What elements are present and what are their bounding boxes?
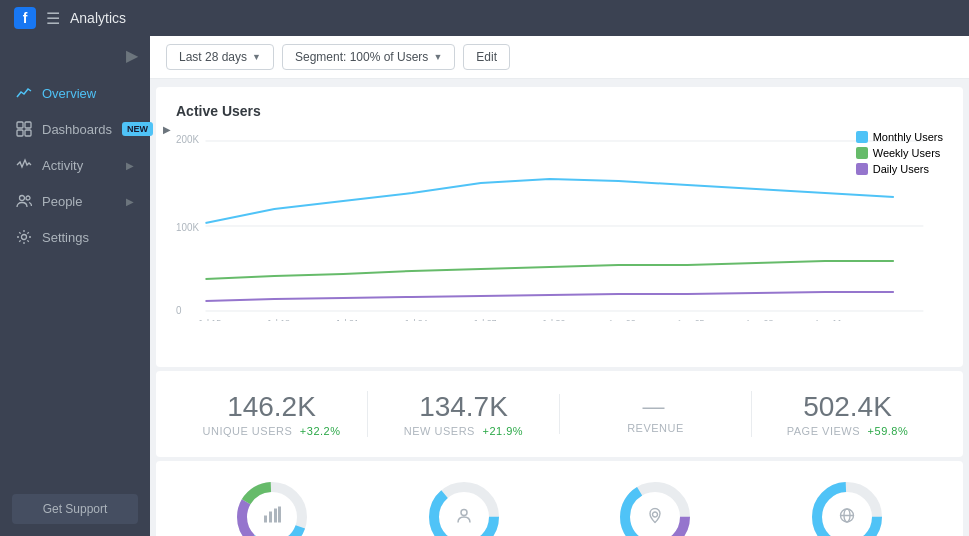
stat-unique-users-value: 146.2K — [176, 391, 367, 423]
legend-weekly-dot — [856, 147, 868, 159]
svg-rect-1 — [25, 122, 31, 128]
svg-text:Aug 02: Aug 02 — [608, 318, 636, 321]
donut-item-4 — [807, 477, 887, 536]
legend-monthly-label: Monthly Users — [873, 131, 943, 143]
svg-rect-29 — [274, 509, 277, 523]
donut-item-1 — [232, 477, 312, 536]
stat-page-views-change: +59.8% — [868, 425, 909, 437]
sidebar-collapse-btn[interactable]: ▶ — [0, 36, 150, 75]
sidebar-item-activity[interactable]: Activity ▶ — [0, 147, 150, 183]
get-support-button[interactable]: Get Support — [12, 494, 138, 524]
donut-4 — [807, 477, 887, 536]
svg-text:Aug 05: Aug 05 — [677, 318, 705, 321]
new-badge: NEW — [122, 122, 153, 136]
edit-button[interactable]: Edit — [463, 44, 510, 70]
svg-point-33 — [461, 510, 467, 516]
stat-revenue-value: — — [560, 394, 751, 420]
chart-title: Active Users — [176, 103, 943, 119]
donut-1 — [232, 477, 312, 536]
date-range-label: Last 28 days — [179, 50, 247, 64]
legend-monthly: Monthly Users — [856, 131, 943, 143]
sidebar-item-label-activity: Activity — [42, 158, 116, 173]
donut-4-icon — [839, 506, 855, 529]
svg-rect-30 — [278, 507, 281, 523]
svg-point-5 — [26, 196, 30, 200]
svg-point-6 — [22, 235, 27, 240]
activity-icon — [16, 157, 32, 173]
dashboards-icon — [16, 121, 32, 137]
toolbar: Last 28 days ▼ Segment: 100% of Users ▼ … — [150, 36, 969, 79]
line-chart: 200K 100K 0 Jul 15 Jul 18 — [176, 131, 943, 321]
donut-3 — [615, 477, 695, 536]
svg-text:Aug 08: Aug 08 — [745, 318, 773, 321]
sidebar-item-dashboards[interactable]: Dashboards NEW ▶ — [0, 111, 150, 147]
chart-container: Monthly Users Weekly Users Daily Users 2… — [176, 131, 943, 351]
fb-logo: f — [14, 7, 36, 29]
sidebar: ▶ Overview Dashboards NEW — [0, 36, 150, 536]
active-users-card: Active Users Monthly Users Weekly Users … — [156, 87, 963, 367]
people-chevron: ▶ — [126, 196, 134, 207]
dashboards-chevron: ▶ — [163, 124, 171, 135]
settings-icon — [16, 229, 32, 245]
date-range-arrow: ▼ — [252, 52, 261, 62]
activity-chevron: ▶ — [126, 160, 134, 171]
stat-unique-users-change: +32.2% — [300, 425, 341, 437]
stat-revenue-label: REVENUE — [560, 422, 751, 434]
sidebar-item-label-overview: Overview — [42, 86, 134, 101]
people-icon — [16, 193, 32, 209]
segment-arrow: ▼ — [433, 52, 442, 62]
app-title: Analytics — [70, 10, 126, 26]
svg-point-4 — [20, 196, 25, 201]
overview-icon — [16, 85, 32, 101]
segment-button[interactable]: Segment: 100% of Users ▼ — [282, 44, 455, 70]
stat-page-views-label: PAGE VIEWS +59.8% — [752, 425, 943, 437]
donut-item-3 — [615, 477, 695, 536]
donut-item-2 — [424, 477, 504, 536]
legend-daily-label: Daily Users — [873, 163, 929, 175]
legend-daily-dot — [856, 163, 868, 175]
legend-monthly-dot — [856, 131, 868, 143]
svg-text:Jul 30: Jul 30 — [542, 318, 566, 321]
svg-text:Jul 18: Jul 18 — [266, 318, 290, 321]
svg-text:Jul 27: Jul 27 — [473, 318, 497, 321]
stat-page-views-value: 502.4K — [752, 391, 943, 423]
svg-rect-28 — [269, 512, 272, 523]
stat-new-users-change: +21.9% — [483, 425, 524, 437]
stat-new-users-label: NEW USERS +21.9% — [368, 425, 559, 437]
top-bar: f ☰ Analytics — [0, 0, 969, 36]
content-area: Last 28 days ▼ Segment: 100% of Users ▼ … — [150, 36, 969, 536]
sidebar-item-settings[interactable]: Settings — [0, 219, 150, 255]
chart-legend: Monthly Users Weekly Users Daily Users — [856, 131, 943, 175]
svg-text:Aug 11: Aug 11 — [814, 318, 842, 321]
stat-page-views: 502.4K PAGE VIEWS +59.8% — [751, 391, 943, 437]
sidebar-item-label-people: People — [42, 194, 116, 209]
svg-rect-27 — [264, 516, 267, 523]
sidebar-item-people[interactable]: People ▶ — [0, 183, 150, 219]
svg-rect-3 — [25, 130, 31, 136]
donut-2 — [424, 477, 504, 536]
svg-text:Jul 24: Jul 24 — [404, 318, 428, 321]
stat-revenue: — REVENUE — [559, 394, 751, 434]
svg-point-37 — [653, 512, 658, 517]
svg-rect-0 — [17, 122, 23, 128]
stat-new-users: 134.7K NEW USERS +21.9% — [367, 391, 559, 437]
svg-text:200K: 200K — [176, 134, 199, 145]
collapse-icon: ▶ — [126, 46, 138, 65]
sidebar-item-label-dashboards: Dashboards — [42, 122, 112, 137]
stat-new-users-value: 134.7K — [368, 391, 559, 423]
donuts-card — [156, 461, 963, 536]
svg-text:0: 0 — [176, 305, 182, 316]
svg-text:Jul 15: Jul 15 — [198, 318, 222, 321]
stat-unique-users-label: UNIQUE USERS +32.2% — [176, 425, 367, 437]
main-layout: ▶ Overview Dashboards NEW — [0, 36, 969, 536]
svg-rect-2 — [17, 130, 23, 136]
svg-text:Jul 21: Jul 21 — [335, 318, 359, 321]
sidebar-item-overview[interactable]: Overview — [0, 75, 150, 111]
donut-3-icon — [647, 506, 663, 529]
legend-weekly: Weekly Users — [856, 147, 943, 159]
hamburger-icon[interactable]: ☰ — [46, 9, 60, 28]
donut-1-icon — [263, 506, 281, 529]
legend-weekly-label: Weekly Users — [873, 147, 941, 159]
date-range-button[interactable]: Last 28 days ▼ — [166, 44, 274, 70]
stats-card: 146.2K UNIQUE USERS +32.2% 134.7K NEW US… — [156, 371, 963, 457]
